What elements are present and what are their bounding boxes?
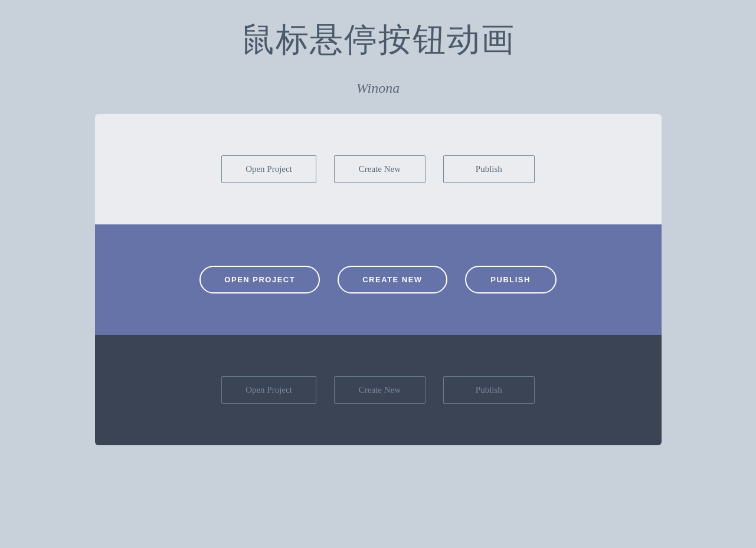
subtitle: Winona xyxy=(356,80,400,96)
open-project-light-button[interactable]: Open Project xyxy=(221,155,316,183)
create-new-light-button[interactable]: Create New xyxy=(334,155,426,183)
publish-purple-button[interactable]: PUBLISH xyxy=(465,266,557,293)
publish-dark-button[interactable]: Publish xyxy=(443,376,535,404)
section-purple: OPEN PROJECT CREATE NEW PUBLISH xyxy=(95,224,662,335)
open-project-dark-button[interactable]: Open Project xyxy=(221,376,316,404)
sections-wrapper: Open Project Create New Publish OPEN PRO… xyxy=(95,114,662,445)
create-new-dark-button[interactable]: Create New xyxy=(334,376,426,404)
open-project-purple-button[interactable]: OPEN PROJECT xyxy=(199,266,320,293)
page-title: 鼠标悬停按钮动画 xyxy=(241,6,515,68)
publish-light-button[interactable]: Publish xyxy=(443,155,535,183)
section-light: Open Project Create New Publish xyxy=(95,114,662,224)
section-dark: Open Project Create New Publish xyxy=(95,335,662,445)
create-new-purple-button[interactable]: CREATE NEW xyxy=(338,266,447,293)
